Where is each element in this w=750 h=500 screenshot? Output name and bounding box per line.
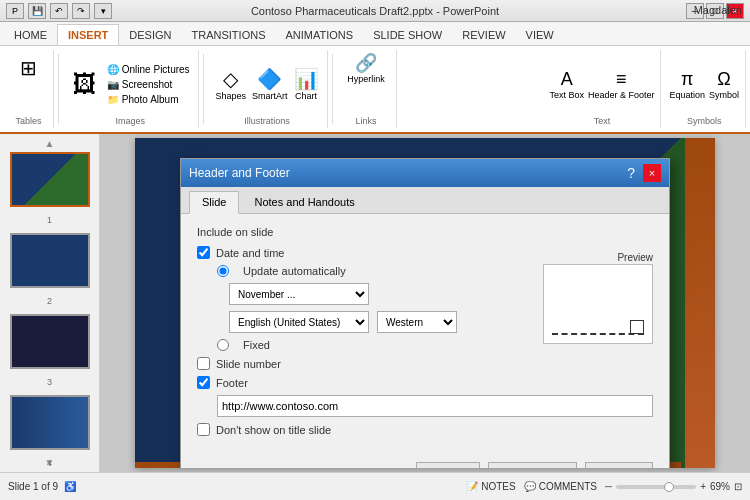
slide-thumb-2[interactable] xyxy=(10,233,90,288)
dialog-tab-slide[interactable]: Slide xyxy=(189,191,239,214)
apply-to-all-button[interactable]: Apply to All xyxy=(488,462,576,468)
dialog-overlay: Header and Footer ? × Slide Notes and Ha… xyxy=(135,138,715,468)
preview-dashes xyxy=(552,325,644,335)
ribbon-tab-bar: HOME INSERT DESIGN TRANSITIONS ANIMATION… xyxy=(0,22,750,46)
dialog-close-button[interactable]: × xyxy=(643,164,661,182)
slide-thumb-container-1: 1 xyxy=(0,152,99,225)
notes-icon: 📝 xyxy=(466,481,478,492)
footer-checkbox[interactable] xyxy=(197,376,210,389)
window-title: Contoso Pharmaceuticals Draft2.pptx - Po… xyxy=(0,5,750,17)
slide-thumb-4[interactable] xyxy=(10,395,90,450)
illustrations-label: Illustrations xyxy=(244,116,290,126)
footer-input[interactable] xyxy=(217,395,653,417)
include-section-title: Include on slide xyxy=(197,226,653,238)
ribbon: ⊞ Tables 🖼 🌐 Online Pictures 📷 Screensho… xyxy=(0,46,750,134)
slide-num-3: 3 xyxy=(0,377,99,387)
textbox-button[interactable]: A Text Box xyxy=(549,69,584,100)
online-pictures-button[interactable]: 🌐 Online Pictures xyxy=(105,63,192,76)
notes-label: NOTES xyxy=(481,481,515,492)
zoom-bar: ─ + 69% ⊡ xyxy=(605,481,742,492)
zoom-thumb[interactable] xyxy=(664,482,674,492)
preview-label: Preview xyxy=(617,252,653,263)
quick-access-undo[interactable]: ↶ xyxy=(50,3,68,19)
smartart-button[interactable]: 🔷 SmartArt xyxy=(252,67,288,101)
sep3 xyxy=(332,54,333,124)
tab-animations[interactable]: ANIMATIONS xyxy=(275,25,363,45)
shapes-button[interactable]: ◇ Shapes xyxy=(216,67,247,101)
main-slide-area: CÁCH CHÈN HEADER TRONG POWERPOINT Header… xyxy=(100,134,750,472)
dialog-help-button[interactable]: ? xyxy=(627,165,635,181)
date-time-label: Date and time xyxy=(216,247,284,259)
accessibility-icon: ♿ xyxy=(64,481,76,492)
header-footer-button[interactable]: ≡ Header & Footer xyxy=(588,69,655,100)
tab-view[interactable]: VIEW xyxy=(516,25,564,45)
slide-number-row: Slide number xyxy=(197,357,653,370)
slide-number-checkbox[interactable] xyxy=(197,357,210,370)
ribbon-group-images: 🖼 🌐 Online Pictures 📷 Screenshot 📁 Photo… xyxy=(63,50,199,128)
slide-num-1: 1 xyxy=(0,215,99,225)
notes-button[interactable]: 📝 NOTES xyxy=(466,481,515,492)
tables-label: Tables xyxy=(15,116,41,126)
comments-icon: 💬 xyxy=(524,481,536,492)
hyperlink-button[interactable]: 🔗 Hyperlink xyxy=(347,52,385,116)
equation-button[interactable]: π Equation xyxy=(669,69,705,100)
tab-slide-show[interactable]: SLIDE SHOW xyxy=(363,25,452,45)
comments-button[interactable]: 💬 COMMENTS xyxy=(524,481,597,492)
fit-button[interactable]: ⊡ xyxy=(734,481,742,492)
quick-access-redo[interactable]: ↷ xyxy=(72,3,90,19)
ribbon-group-text: A Text Box ≡ Header & Footer Text xyxy=(543,50,661,128)
date-time-checkbox[interactable] xyxy=(197,246,210,259)
tab-design[interactable]: DESIGN xyxy=(119,25,181,45)
app-icon[interactable]: P xyxy=(6,3,24,19)
scroll-down-arrow[interactable]: ▼ xyxy=(45,457,55,468)
chart-button[interactable]: 📊 Chart xyxy=(294,67,319,101)
status-bar: Slide 1 of 9 ♿ 📝 NOTES 💬 COMMENTS ─ + 69… xyxy=(0,472,750,500)
ribbon-group-links: 🔗 Hyperlink Links xyxy=(337,50,397,128)
status-left: Slide 1 of 9 ♿ xyxy=(8,481,76,492)
tab-review[interactable]: REVIEW xyxy=(452,25,515,45)
title-bar-controls-left: P 💾 ↶ ↷ ▾ xyxy=(6,3,112,19)
pictures-button[interactable]: 🖼 xyxy=(69,68,101,100)
links-label: Links xyxy=(356,116,377,126)
slide-number-label: Slide number xyxy=(216,358,281,370)
cancel-button[interactable]: Cancel xyxy=(585,462,653,468)
preview-small-indicator xyxy=(630,320,644,334)
comments-label: COMMENTS xyxy=(539,481,597,492)
dialog-footer: Apply Apply to All Cancel xyxy=(181,454,669,468)
dont-show-checkbox[interactable] xyxy=(197,423,210,436)
dialog-body: Preview Include on slide Date and time xyxy=(181,214,669,454)
dont-show-row: Don't show on title slide xyxy=(197,423,653,436)
language-select[interactable]: English (United States) xyxy=(229,311,369,333)
tab-transitions[interactable]: TRANSITIONS xyxy=(182,25,276,45)
dialog-tab-notes[interactable]: Notes and Handouts xyxy=(241,191,367,213)
apply-button[interactable]: Apply xyxy=(416,462,480,468)
slide-count: Slide 1 of 9 xyxy=(8,481,58,492)
images-label: Images xyxy=(116,116,146,126)
tab-home[interactable]: HOME xyxy=(4,25,57,45)
slide-thumb-container-3: 3 xyxy=(0,314,99,387)
scroll-up-arrow[interactable]: ▲ xyxy=(45,138,55,149)
slide-thumb-3[interactable] xyxy=(10,314,90,369)
tab-insert[interactable]: INSERT xyxy=(57,24,119,45)
zoom-slider[interactable] xyxy=(616,485,696,489)
slide-thumb-1[interactable] xyxy=(10,152,90,207)
symbol-button[interactable]: Ω Symbol xyxy=(709,69,739,100)
table-button[interactable]: ⊞ xyxy=(13,52,45,84)
quick-access-customize[interactable]: ▾ xyxy=(94,3,112,19)
title-bar: P 💾 ↶ ↷ ▾ Contoso Pharmaceuticals Draft2… xyxy=(0,0,750,22)
zoom-out-button[interactable]: ─ xyxy=(605,481,612,492)
sep2 xyxy=(203,54,204,124)
screenshot-button[interactable]: 📷 Screenshot xyxy=(105,78,192,91)
quick-access-save[interactable]: 💾 xyxy=(28,3,46,19)
calendar-select[interactable]: Western xyxy=(377,311,457,333)
status-right: 📝 NOTES 💬 COMMENTS ─ + 69% ⊡ xyxy=(466,481,742,492)
photo-album-button[interactable]: 📁 Photo Album xyxy=(105,93,192,106)
footer-input-wrap xyxy=(217,395,653,417)
date-format-select[interactable]: November ... xyxy=(229,283,369,305)
sep1 xyxy=(58,54,59,124)
ribbon-group-symbols: π Equation Ω Symbol Symbols xyxy=(663,50,746,128)
slide-canvas: CÁCH CHÈN HEADER TRONG POWERPOINT Header… xyxy=(135,138,715,468)
zoom-in-button[interactable]: + xyxy=(700,481,706,492)
fixed-radio[interactable] xyxy=(217,339,229,351)
update-auto-radio[interactable] xyxy=(217,265,229,277)
